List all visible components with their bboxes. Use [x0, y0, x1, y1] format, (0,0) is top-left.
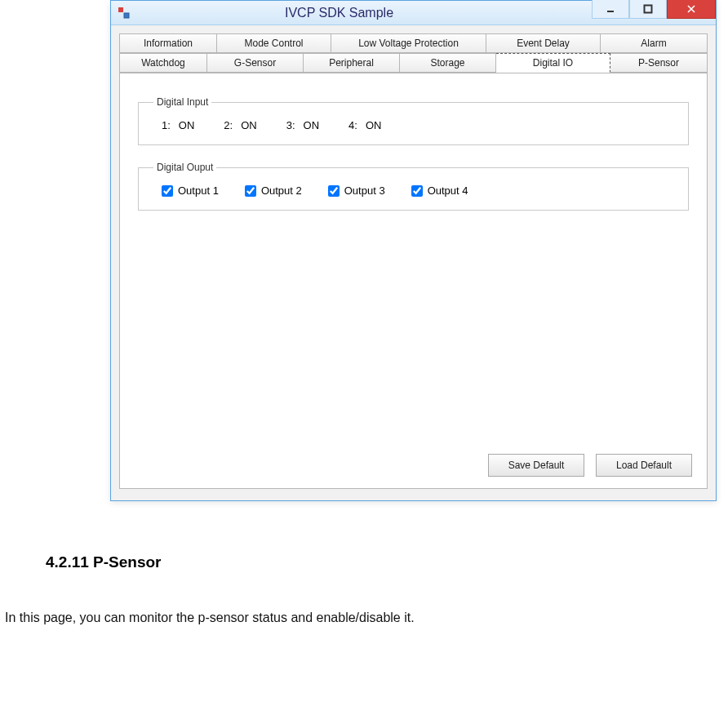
tab-panel-digital-io: Digital Input 1: ON 2: ON 3:: [119, 73, 708, 489]
save-default-button[interactable]: Save Default: [488, 454, 584, 477]
digital-input-1-index: 1:: [162, 119, 171, 131]
load-default-button[interactable]: Load Default: [596, 454, 692, 477]
section-body: In this page, you can monitor the p-sens…: [5, 611, 728, 625]
output-1-label: Output 1: [178, 184, 219, 197]
client-area: Information Mode Control Low Voltage Pro…: [111, 25, 716, 500]
tabs-row-2: Watchdog G-Sensor Peripheral Storage Dig…: [119, 53, 708, 73]
digital-input-2-index: 2:: [224, 119, 233, 131]
section-heading: 4.2.11 P-Sensor: [46, 553, 728, 571]
digital-input-2: 2: ON: [224, 119, 256, 131]
output-2-checkbox[interactable]: [245, 185, 256, 197]
window-controls: [592, 1, 716, 24]
tab-control: Information Mode Control Low Voltage Pro…: [119, 33, 708, 489]
digital-output-row: Output 1 Output 2 Output 3: [153, 184, 673, 197]
titlebar: IVCP SDK Sample: [111, 1, 716, 25]
output-4-checkbox[interactable]: [411, 185, 423, 197]
tab-low-voltage-protection[interactable]: Low Voltage Protection: [331, 33, 486, 53]
tab-p-sensor[interactable]: P-Sensor: [610, 53, 708, 73]
output-3-label: Output 3: [344, 184, 385, 197]
digital-input-1-value: ON: [179, 119, 195, 131]
close-button[interactable]: [667, 0, 716, 19]
digital-input-3-value: ON: [304, 119, 320, 131]
output-1-checkbox[interactable]: [162, 185, 173, 197]
tab-peripheral[interactable]: Peripheral: [304, 53, 400, 73]
window-title: IVCP SDK Sample: [87, 6, 592, 20]
output-3-item: Output 3: [328, 184, 385, 197]
digital-input-3: 3: ON: [286, 119, 319, 131]
digital-input-4-value: ON: [366, 119, 382, 131]
digital-input-4: 4: ON: [348, 119, 381, 131]
output-4-item: Output 4: [411, 184, 468, 197]
tab-mode-control[interactable]: Mode Control: [217, 33, 331, 53]
svg-rect-3: [645, 6, 652, 13]
output-1-item: Output 1: [162, 184, 219, 197]
tab-digital-io[interactable]: Digital IO: [496, 53, 610, 73]
digital-output-group: Digital Ouput Output 1 Output 2: [138, 162, 689, 211]
tab-watchdog[interactable]: Watchdog: [119, 53, 207, 73]
tab-g-sensor[interactable]: G-Sensor: [207, 53, 304, 73]
footer-buttons: Save Default Load Default: [488, 454, 692, 477]
app-window: IVCP SDK Sample Information Mode Control…: [110, 0, 717, 501]
tab-storage[interactable]: Storage: [400, 53, 496, 73]
digital-input-2-value: ON: [241, 119, 257, 131]
tab-alarm[interactable]: Alarm: [601, 33, 708, 53]
output-2-label: Output 2: [261, 184, 302, 197]
digital-input-row: 1: ON 2: ON 3: ON: [153, 119, 673, 131]
tabs-row-1: Information Mode Control Low Voltage Pro…: [119, 33, 708, 53]
digital-input-legend: Digital Input: [153, 96, 211, 108]
maximize-button[interactable]: [629, 0, 667, 19]
tab-information[interactable]: Information: [119, 33, 217, 53]
digital-input-4-index: 4:: [348, 119, 357, 131]
digital-input-3-index: 3:: [286, 119, 295, 131]
digital-input-1: 1: ON: [162, 119, 194, 131]
output-3-checkbox[interactable]: [328, 185, 340, 197]
digital-input-group: Digital Input 1: ON 2: ON 3:: [138, 96, 689, 145]
minimize-button[interactable]: [592, 0, 629, 19]
output-4-label: Output 4: [428, 184, 468, 197]
digital-output-legend: Digital Ouput: [153, 162, 216, 173]
output-2-item: Output 2: [245, 184, 302, 197]
tab-event-delay[interactable]: Event Delay: [486, 33, 601, 53]
